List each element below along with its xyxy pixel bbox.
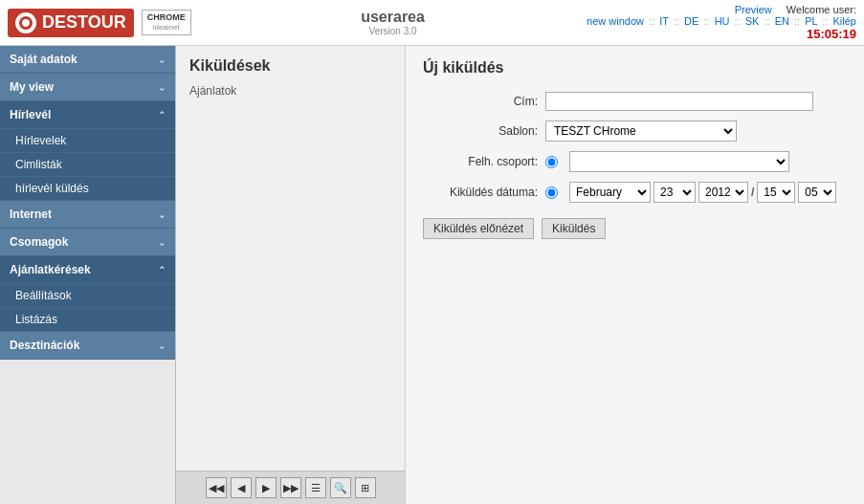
sidebar-subitem-listazas[interactable]: Listázás <box>0 308 175 332</box>
header-links: Preview Welcome user: <box>735 4 856 15</box>
sidebar-subitem-cimlistak[interactable]: Cimlisták <box>0 153 175 177</box>
logo-text: DESTOUR <box>42 12 126 33</box>
hour-select[interactable]: 15 <box>757 182 795 203</box>
sidebar-label-csomagok: Csomagok <box>10 235 68 249</box>
chevron-up-icon: ⌃ <box>158 110 166 121</box>
form-row-cim: Cím: <box>423 92 847 111</box>
lang-link-new-window[interactable]: new window <box>587 15 644 27</box>
lang-link-hu[interactable]: HU <box>715 15 730 27</box>
logo-icon <box>15 12 36 33</box>
form-row-felh-csoport: Felh. csoport: <box>423 151 847 172</box>
lang-links-row: new window :: IT :: DE :: HU :: SK :: EN… <box>587 15 856 27</box>
form-row-sablon: Sablon: TESZT CHrome <box>423 121 847 142</box>
sidebar-item-internet[interactable]: Internet ⌄ <box>0 201 175 229</box>
send-button[interactable]: Kiküldés <box>542 218 606 239</box>
welcome-label: Welcome user: <box>786 4 856 15</box>
chrome-bot-label: idealnet <box>153 23 180 33</box>
header-right: Preview Welcome user: new window :: IT :… <box>587 4 856 41</box>
lang-link-en[interactable]: EN <box>775 15 789 27</box>
chrome-badge: CHROME idealnet <box>142 10 191 34</box>
app-title: userarea <box>199 9 587 26</box>
sidebar-item-myview[interactable]: My view ⌄ <box>0 74 175 101</box>
logo: DESTOUR <box>8 9 134 37</box>
chrome-top-label: CHROME <box>147 12 186 23</box>
chevron-down-icon: ⌄ <box>158 55 166 65</box>
nav-grid-button[interactable]: ⊞ <box>355 477 376 498</box>
sidebar-subitem-hirlevélkuldés[interactable]: hírlevél küldés <box>0 177 175 201</box>
panel-subtitle: Ajánlatok <box>176 80 405 101</box>
time-display: 15:05:19 <box>807 27 856 41</box>
sidebar-subitem-hirlévelek[interactable]: Hírlevelek <box>0 129 175 153</box>
sidebar-item-sajat[interactable]: Saját adatok ⌄ <box>0 46 175 74</box>
date-separator: / <box>751 186 754 199</box>
year-select[interactable]: 2012 <box>698 182 748 203</box>
nav-next-button[interactable]: ▶ <box>255 477 277 498</box>
sidebar-label-internet: Internet <box>10 208 52 221</box>
nav-last-button[interactable]: ▶▶ <box>280 477 301 498</box>
panel-footer: ◀◀ ◀ ▶ ▶▶ ☰ 🔍 ⊞ <box>176 471 405 504</box>
btn-row: Kiküldés előnézet Kiküldés <box>423 218 847 239</box>
minute-select[interactable]: 05 <box>798 182 836 203</box>
lang-link-de[interactable]: DE <box>684 15 698 27</box>
preview-label[interactable]: Preview <box>735 4 772 15</box>
date-area: February January March April May June Ju… <box>569 182 836 203</box>
sidebar-item-ajanlatkérések[interactable]: Ajánlatkérések ⌃ <box>0 256 175 284</box>
sidebar-item-csomagok[interactable]: Csomagok ⌄ <box>0 229 175 256</box>
nav-first-button[interactable]: ◀◀ <box>206 477 227 498</box>
nav-search-button[interactable]: 🔍 <box>330 477 351 498</box>
felh-csoport-label: Felh. csoport: <box>423 155 538 168</box>
felh-csoport-radio[interactable] <box>545 156 558 168</box>
app-title-area: userarea Version 3.0 <box>199 9 587 36</box>
logo-area: DESTOUR CHROME idealnet <box>8 9 199 37</box>
chevron-up-icon: ⌃ <box>158 265 166 275</box>
form-title: Új kiküldés <box>423 59 847 77</box>
sablon-label: Sablon: <box>423 124 538 138</box>
sidebar-label-sajat: Saját adatok <box>10 53 78 66</box>
kikuldés-datum-label: Kiküldés dátuma: <box>423 186 538 199</box>
day-select[interactable]: 23 <box>654 182 696 203</box>
sidebar-subitem-beallitasok[interactable]: Beállítások <box>0 284 175 308</box>
content-area: Kiküldések Ajánlatok ◀◀ ◀ ▶ ▶▶ ☰ 🔍 ⊞ Új … <box>176 46 864 504</box>
cim-input[interactable] <box>545 92 813 111</box>
chevron-down-icon: ⌄ <box>158 340 166 351</box>
lang-link-it[interactable]: IT <box>659 15 669 27</box>
sidebar-item-desztinációk[interactable]: Desztinációk ⌄ <box>0 332 175 360</box>
cim-label: Cím: <box>423 95 538 108</box>
content-main: Kiküldések Ajánlatok ◀◀ ◀ ▶ ▶▶ ☰ 🔍 ⊞ Új … <box>176 46 864 504</box>
header: DESTOUR CHROME idealnet userarea Version… <box>0 0 864 46</box>
month-select[interactable]: February January March April May June Ju… <box>569 182 651 203</box>
sidebar-label-hirlevél: Hírlevél <box>10 108 51 121</box>
form-row-datum: Kiküldés dátuma: February January March … <box>423 182 847 203</box>
right-panel: Új kiküldés Cím: Sablon: TESZT CHrome Fe… <box>406 46 864 504</box>
preview-button[interactable]: Kiküldés előnézet <box>423 218 534 239</box>
lang-link-pl[interactable]: PL <box>805 15 817 27</box>
lang-link-kilep[interactable]: Kilép <box>833 15 856 27</box>
chevron-down-icon: ⌄ <box>158 82 166 93</box>
datum-radio[interactable] <box>545 186 558 199</box>
chevron-down-icon: ⌄ <box>158 209 166 220</box>
sidebar-label-ajanlatkérések: Ajánlatkérések <box>10 263 91 276</box>
nav-prev-button[interactable]: ◀ <box>231 477 252 498</box>
panel-title: Kiküldések <box>176 46 405 80</box>
app-version: Version 3.0 <box>199 26 587 36</box>
sidebar-label-desztinációk: Desztinációk <box>10 339 79 352</box>
lang-link-sk[interactable]: SK <box>745 15 760 27</box>
sidebar-label-myview: My view <box>10 80 54 94</box>
sidebar: Saját adatok ⌄ My view ⌄ Hírlevél ⌃ Hírl… <box>0 46 176 504</box>
nav-list-button[interactable]: ☰ <box>305 477 326 498</box>
sablon-select[interactable]: TESZT CHrome <box>545 121 737 142</box>
chevron-down-icon: ⌄ <box>158 237 166 248</box>
felh-csoport-select[interactable] <box>569 151 789 172</box>
main-layout: Saját adatok ⌄ My view ⌄ Hírlevél ⌃ Hírl… <box>0 46 864 504</box>
left-panel: Kiküldések Ajánlatok ◀◀ ◀ ▶ ▶▶ ☰ 🔍 ⊞ <box>176 46 406 504</box>
sidebar-item-hirlevél[interactable]: Hírlevél ⌃ <box>0 101 175 129</box>
